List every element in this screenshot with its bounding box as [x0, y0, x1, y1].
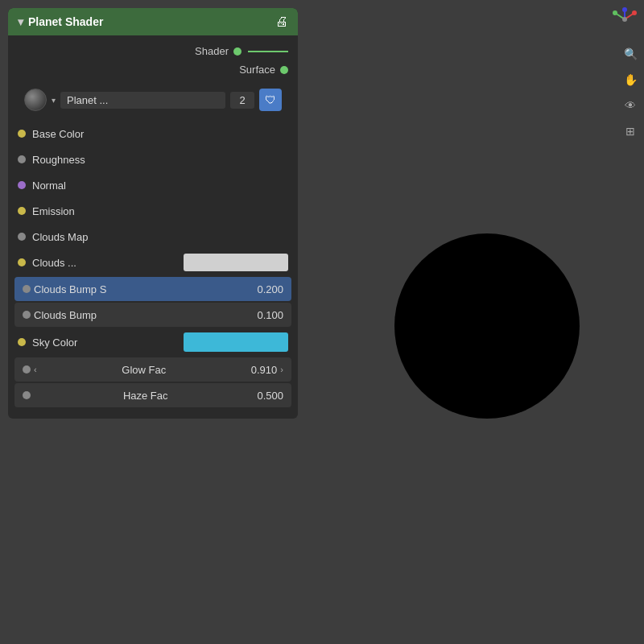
glow-fac-value: 0.910	[251, 364, 278, 376]
svg-point-6	[622, 17, 627, 22]
shader-output-row: Shader	[8, 42, 298, 60]
right-toolbar: 🔍 ✋ 👁 ⊞	[621, 44, 640, 141]
material-dropdown-arrow[interactable]: ▾	[52, 96, 56, 105]
clouds-bump-s-label: Clouds Bump S	[34, 283, 257, 295]
haze-fac-label: Haze Fac	[34, 390, 257, 402]
clouds-color-row: Clouds ...	[8, 250, 298, 275]
shader-line	[248, 51, 288, 52]
normal-label: Normal	[32, 180, 288, 192]
grid-toolbar-icon[interactable]: ⊞	[621, 122, 640, 141]
search-toolbar-icon[interactable]: 🔍	[621, 44, 640, 64]
clouds-bump-s-value: 0.200	[257, 283, 283, 295]
clouds-bump-value: 0.100	[257, 309, 283, 321]
glow-fac-label: Glow Fac	[37, 364, 251, 376]
clouds-bump-s-dot	[23, 285, 31, 293]
roughness-row: Roughness	[8, 147, 298, 172]
clouds-dot[interactable]	[18, 258, 26, 266]
emission-row: Emission	[8, 198, 298, 224]
glow-dot	[23, 365, 31, 374]
base-color-dot[interactable]	[18, 130, 26, 138]
panel-expand-arrow[interactable]: ▾	[18, 15, 23, 28]
clouds-label: Clouds ...	[32, 257, 177, 269]
clouds-map-row: Clouds Map	[8, 224, 298, 250]
glow-increment-arrow[interactable]: ›	[280, 365, 283, 374]
material-number[interactable]: 2	[230, 92, 254, 109]
clouds-map-dot[interactable]	[18, 233, 26, 241]
panel-body: Shader Surface ▾ Planet ... 2 🛡 Base Col…	[8, 35, 298, 419]
sky-color-row: Sky Color	[8, 328, 298, 356]
surface-output-row: Surface	[8, 60, 298, 79]
planet-shader-panel: ▾ Planet Shader 🖨 Shader Surface ▾ Plane…	[8, 8, 298, 419]
panel-header-icon: 🖨	[275, 14, 288, 29]
material-name[interactable]: Planet ...	[60, 92, 225, 109]
sky-color-label: Sky Color	[32, 336, 177, 349]
roughness-label: Roughness	[32, 154, 288, 166]
base-color-row: Base Color	[8, 121, 298, 147]
base-color-label: Base Color	[32, 128, 288, 140]
emission-dot[interactable]	[18, 207, 26, 215]
material-sphere-icon[interactable]	[24, 89, 47, 111]
clouds-bump-dot	[23, 311, 31, 319]
haze-fac-row[interactable]: Haze Fac 0.500	[14, 383, 291, 407]
clouds-bump-slider[interactable]: Clouds Bump 0.100	[14, 303, 291, 327]
panel-title: Planet Shader	[28, 15, 103, 28]
axes-widget	[612, 6, 638, 35]
panel-header[interactable]: ▾ Planet Shader 🖨	[8, 8, 298, 35]
clouds-bump-label: Clouds Bump	[34, 309, 257, 321]
planet-preview	[394, 233, 580, 419]
clouds-bump-s-slider[interactable]: Clouds Bump S 0.200	[14, 277, 291, 301]
shader-dot[interactable]	[233, 47, 242, 56]
svg-point-5	[622, 7, 627, 12]
normal-dot[interactable]	[18, 181, 26, 189]
panel-header-left: ▾ Planet Shader	[18, 15, 103, 28]
haze-fac-value: 0.500	[257, 390, 283, 402]
clouds-color-swatch[interactable]	[184, 254, 288, 271]
emission-label: Emission	[32, 205, 288, 217]
material-row: ▾ Planet ... 2 🛡	[14, 82, 291, 118]
roughness-dot[interactable]	[18, 155, 26, 163]
hand-toolbar-icon[interactable]: ✋	[621, 70, 640, 89]
svg-point-3	[632, 10, 637, 15]
surface-dot[interactable]	[280, 66, 288, 74]
normal-row: Normal	[8, 172, 298, 198]
glow-fac-row[interactable]: ‹ Glow Fac 0.910 ›	[14, 357, 291, 382]
shader-label: Shader	[195, 45, 229, 57]
sky-color-swatch[interactable]	[184, 332, 288, 352]
haze-dot	[23, 391, 31, 399]
svg-point-4	[613, 10, 617, 15]
camera-toolbar-icon[interactable]: 👁	[621, 96, 640, 115]
material-shield-button[interactable]: 🛡	[259, 89, 282, 111]
clouds-map-label: Clouds Map	[32, 231, 288, 243]
sky-color-dot[interactable]	[18, 338, 26, 346]
surface-label: Surface	[239, 64, 275, 76]
